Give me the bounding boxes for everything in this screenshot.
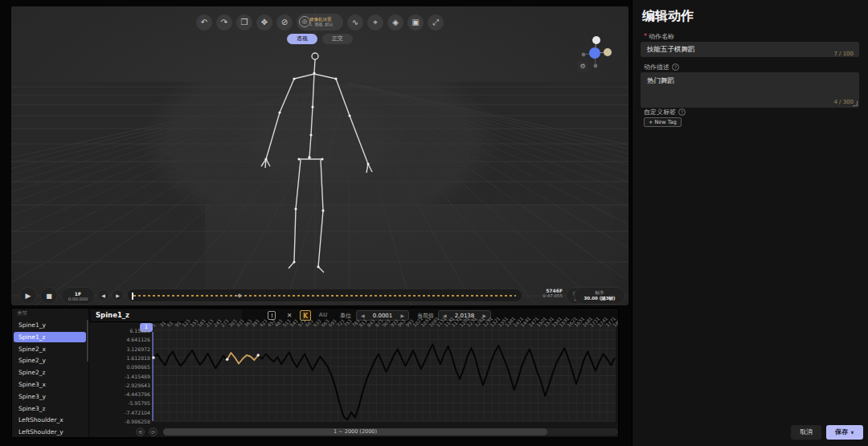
keyframe-dot [152, 356, 155, 359]
redo-icon[interactable]: ↷ [216, 14, 232, 31]
channel-item-Spine3_x[interactable]: Spine3_x [14, 379, 86, 390]
timeline-scrubber[interactable] [127, 288, 522, 302]
camera-icon: ◎ [299, 16, 310, 27]
fps-button[interactable]: 帧率 30.00 (隔3帧) [574, 287, 625, 305]
current-time: 0:00:000 [68, 297, 88, 301]
channel-item-LeftShoulder_x[interactable]: LeftShoulder_x [14, 415, 86, 425]
required-mark: * [644, 33, 647, 40]
y-axis-tick: -4.443796 [94, 391, 150, 397]
play-button[interactable]: ▶ [19, 287, 37, 305]
notebook-icon[interactable]: ❐ [236, 14, 252, 31]
action-name-value: 技能五子棋舞蹈 [647, 45, 695, 53]
snapshot-icon[interactable]: ▣ [407, 14, 424, 31]
y-axis-tick: 6.15528 [94, 328, 150, 333]
action-desc-label: 动作描述? [644, 63, 679, 72]
gizmo-settings-gear-icon[interactable]: ⚙ [577, 61, 588, 72]
custom-tags-label: 自定义标签? [644, 108, 686, 117]
channel-item-LeftShoulder_y[interactable]: LeftShoulder_y [14, 427, 86, 437]
desc-char-counter: 4 / 300 [833, 99, 854, 105]
channel-item-Spine2_y[interactable]: Spine2_y [14, 355, 86, 366]
y-axis-tick: 3.126972 [94, 346, 150, 351]
channel-item-Spine1_y[interactable]: Spine1_y [14, 320, 86, 330]
zoom-reset-icon[interactable]: ⟲ [136, 428, 145, 436]
tab-active[interactable]: 透视 [287, 34, 317, 44]
custom-tags-label-text: 自定义标签 [644, 108, 676, 116]
end-time: 0:47:855 [526, 293, 563, 298]
y-axis-tick: 1.612818 [94, 354, 150, 360]
action-name-input[interactable]: 技能五子棋舞蹈 7 / 100 [641, 42, 859, 57]
panel-title: 编辑动作 [642, 8, 694, 25]
prev-frame-button[interactable]: ◀ [97, 289, 109, 301]
curve-icon[interactable]: ∿ [347, 14, 363, 31]
y-axis-tick: -8.986258 [94, 419, 150, 424]
channel-list: 关节 Spine1_ySpine1_zSpine2_xSpine2_ySpine… [12, 309, 89, 438]
info-icon: ? [672, 63, 679, 71]
focus-icon[interactable]: ⌖ [367, 14, 383, 31]
y-axis-tick: -7.472104 [94, 409, 150, 415]
info-icon: ? [678, 108, 686, 116]
edit-action-panel: 编辑动作 *动作名称 技能五子棋舞蹈 7 / 100 动作描述? 热门舞蹈 4 … [632, 0, 868, 446]
gizmo-axis-neg-y[interactable] [594, 64, 598, 68]
channel-list-header: 关节 [17, 310, 27, 317]
keyframe-dashes [133, 295, 516, 297]
y-axis-tick: 0.098665 [94, 364, 150, 370]
channel-list-scrollbar[interactable] [87, 320, 88, 362]
action-desc-value: 热门舞蹈 [647, 76, 674, 84]
move-icon[interactable]: ✥ [256, 14, 272, 31]
action-name-label-text: 动作名称 [649, 33, 674, 40]
channel-item-Spine1_z[interactable]: Spine1_z [14, 332, 86, 342]
action-desc-textarea[interactable]: 热门舞蹈 4 / 300 [641, 72, 859, 108]
tab-inactive[interactable]: 正交 [322, 34, 353, 44]
viewport-3d[interactable]: ↶↷❐✥⊘◎摄像机设置1. 透视, 默认∿⌖◈▣⤢ 透视正交 ⚙ ▶ ■ 1F … [11, 6, 628, 305]
keyframe-dot [256, 354, 260, 357]
y-axis-tick: -1.415489 [94, 373, 150, 378]
end-frame: 5746F [526, 288, 563, 293]
channel-item-Spine3_z[interactable]: Spine3_z [14, 403, 86, 414]
gizmo-axis-z[interactable] [589, 47, 600, 59]
cancel-button[interactable]: 取消 [791, 425, 821, 440]
channel-item-Spine2_x[interactable]: Spine2_x [14, 344, 86, 354]
frame-counter: 1F 0:00:000 [61, 287, 95, 305]
action-name-label: *动作名称 [644, 32, 674, 41]
channel-title: Spine1_z [96, 311, 129, 319]
y-axis-tick: -2.929643 [94, 382, 150, 387]
scrubber-playhead[interactable] [132, 293, 133, 300]
y-axis-tick: -5.95795 [94, 400, 150, 406]
keyframe-dot [226, 358, 229, 361]
channel-item-Spine3_y[interactable]: Spine3_y [14, 391, 86, 402]
disable-icon[interactable]: ⊘ [276, 14, 293, 31]
fps-label: 帧率 [596, 290, 604, 296]
channel-item-Spine2_z[interactable]: Spine2_z [14, 367, 86, 378]
y-axis-tick: 4.641126 [94, 337, 150, 342]
gizmo-axis-x[interactable] [604, 48, 612, 56]
chevron-down-icon: ∨ [850, 429, 854, 435]
undo-icon[interactable]: ↶ [196, 14, 212, 31]
app-window: ↶↷❐✥⊘◎摄像机设置1. 透视, 默认∿⌖◈▣⤢ 透视正交 ⚙ ▶ ■ 1F … [0, 0, 868, 446]
range-scrollbar-thumb[interactable]: 1 ~ 2000 (2000) [163, 428, 547, 436]
new-tag-button[interactable]: + New Tag [644, 117, 682, 127]
gizmo-axis-neg-x[interactable] [582, 53, 586, 57]
next-frame-button[interactable]: ▶ [112, 289, 124, 301]
resize-handle-icon[interactable] [853, 101, 858, 107]
projection-tabs: 透视正交 [11, 34, 628, 44]
zoom-fit-icon[interactable]: ⟳ [149, 428, 158, 436]
camera-settings-button[interactable]: ◎摄像机设置1. 透视, 默认 [297, 14, 343, 31]
material-icon[interactable]: ◈ [387, 14, 403, 31]
curve-plot[interactable]: 1 6.155284.6411263.1269721.6128180.09866… [89, 322, 619, 425]
floor-grid [11, 83, 628, 305]
range-scrollbar-track[interactable]: 1 ~ 2000 (2000) [163, 428, 618, 436]
curve-editor-bottom-bar: ⟲ ⟳ 1 ~ 2000 (2000) [89, 425, 619, 438]
fps-value: 30.00 (隔3帧) [583, 296, 615, 301]
save-button-label: 保存 [835, 428, 848, 436]
current-frame: 1F [75, 291, 81, 297]
action-desc-label-text: 动作描述 [644, 63, 669, 71]
fullscreen-icon[interactable]: ⤢ [428, 14, 444, 31]
viewport-toolbar: ↶↷❐✥⊘◎摄像机设置1. 透视, 默认∿⌖◈▣⤢ [11, 14, 628, 31]
stop-button[interactable]: ■ [40, 287, 58, 305]
curve-editor-panel: 关节 Spine1_ySpine1_zSpine2_xSpine2_ySpine… [11, 308, 619, 438]
timeline-end-info: 5746F 0:47:855 [526, 288, 563, 304]
save-button[interactable]: 保存∨ [826, 425, 863, 440]
name-char-counter: 7 / 100 [833, 47, 854, 62]
unit-decrease-icon[interactable]: ◀ [357, 313, 369, 318]
viewport-scene [11, 6, 628, 305]
